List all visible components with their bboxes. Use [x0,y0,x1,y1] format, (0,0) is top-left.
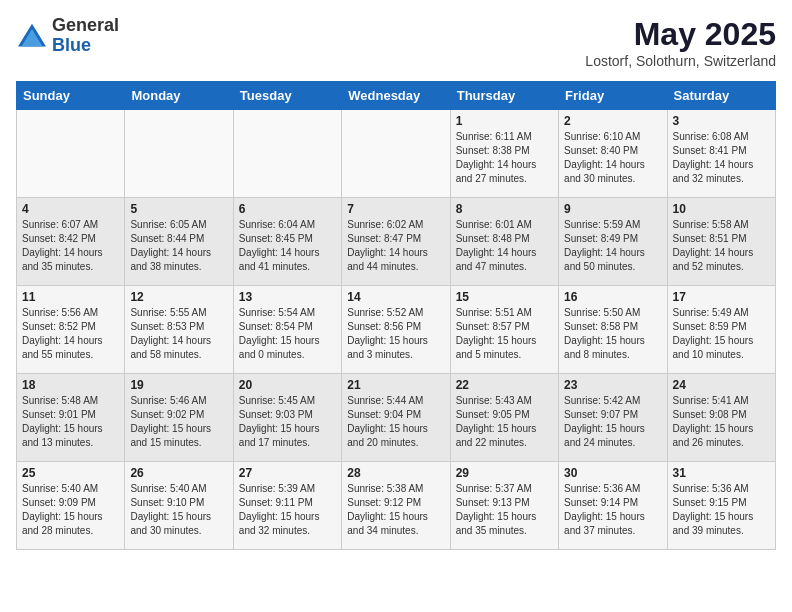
header-saturday: Saturday [667,82,775,110]
header-friday: Friday [559,82,667,110]
calendar-header-row: Sunday Monday Tuesday Wednesday Thursday… [17,82,776,110]
day-info: Sunrise: 6:07 AM Sunset: 8:42 PM Dayligh… [22,218,119,274]
header-wednesday: Wednesday [342,82,450,110]
day-info: Sunrise: 5:36 AM Sunset: 9:14 PM Dayligh… [564,482,661,538]
logo: General Blue [16,16,119,56]
day-number: 15 [456,290,553,304]
day-number: 27 [239,466,336,480]
calendar-cell: 30Sunrise: 5:36 AM Sunset: 9:14 PM Dayli… [559,462,667,550]
calendar-cell: 23Sunrise: 5:42 AM Sunset: 9:07 PM Dayli… [559,374,667,462]
header-tuesday: Tuesday [233,82,341,110]
day-info: Sunrise: 5:40 AM Sunset: 9:09 PM Dayligh… [22,482,119,538]
header-thursday: Thursday [450,82,558,110]
day-info: Sunrise: 5:38 AM Sunset: 9:12 PM Dayligh… [347,482,444,538]
day-info: Sunrise: 6:10 AM Sunset: 8:40 PM Dayligh… [564,130,661,186]
page-header: General Blue May 2025 Lostorf, Solothurn… [16,16,776,69]
calendar-cell [17,110,125,198]
calendar-cell: 25Sunrise: 5:40 AM Sunset: 9:09 PM Dayli… [17,462,125,550]
day-number: 3 [673,114,770,128]
logo-general-text: General [52,16,119,36]
calendar-cell: 20Sunrise: 5:45 AM Sunset: 9:03 PM Dayli… [233,374,341,462]
calendar-cell: 29Sunrise: 5:37 AM Sunset: 9:13 PM Dayli… [450,462,558,550]
calendar-cell: 28Sunrise: 5:38 AM Sunset: 9:12 PM Dayli… [342,462,450,550]
calendar-table: Sunday Monday Tuesday Wednesday Thursday… [16,81,776,550]
day-number: 24 [673,378,770,392]
calendar-week-3: 11Sunrise: 5:56 AM Sunset: 8:52 PM Dayli… [17,286,776,374]
day-info: Sunrise: 5:55 AM Sunset: 8:53 PM Dayligh… [130,306,227,362]
day-number: 21 [347,378,444,392]
calendar-cell: 6Sunrise: 6:04 AM Sunset: 8:45 PM Daylig… [233,198,341,286]
day-info: Sunrise: 6:02 AM Sunset: 8:47 PM Dayligh… [347,218,444,274]
day-number: 22 [456,378,553,392]
calendar-cell: 21Sunrise: 5:44 AM Sunset: 9:04 PM Dayli… [342,374,450,462]
calendar-cell: 13Sunrise: 5:54 AM Sunset: 8:54 PM Dayli… [233,286,341,374]
day-number: 10 [673,202,770,216]
day-info: Sunrise: 6:11 AM Sunset: 8:38 PM Dayligh… [456,130,553,186]
day-info: Sunrise: 5:54 AM Sunset: 8:54 PM Dayligh… [239,306,336,362]
day-number: 19 [130,378,227,392]
calendar-cell: 19Sunrise: 5:46 AM Sunset: 9:02 PM Dayli… [125,374,233,462]
title-section: May 2025 Lostorf, Solothurn, Switzerland [585,16,776,69]
header-sunday: Sunday [17,82,125,110]
calendar-cell [342,110,450,198]
calendar-cell: 7Sunrise: 6:02 AM Sunset: 8:47 PM Daylig… [342,198,450,286]
calendar-cell [233,110,341,198]
day-info: Sunrise: 6:01 AM Sunset: 8:48 PM Dayligh… [456,218,553,274]
day-number: 4 [22,202,119,216]
day-number: 5 [130,202,227,216]
day-info: Sunrise: 5:49 AM Sunset: 8:59 PM Dayligh… [673,306,770,362]
day-info: Sunrise: 5:51 AM Sunset: 8:57 PM Dayligh… [456,306,553,362]
calendar-cell: 17Sunrise: 5:49 AM Sunset: 8:59 PM Dayli… [667,286,775,374]
calendar-cell: 2Sunrise: 6:10 AM Sunset: 8:40 PM Daylig… [559,110,667,198]
calendar-cell: 15Sunrise: 5:51 AM Sunset: 8:57 PM Dayli… [450,286,558,374]
day-info: Sunrise: 5:58 AM Sunset: 8:51 PM Dayligh… [673,218,770,274]
logo-text: General Blue [52,16,119,56]
day-info: Sunrise: 5:48 AM Sunset: 9:01 PM Dayligh… [22,394,119,450]
calendar-cell: 4Sunrise: 6:07 AM Sunset: 8:42 PM Daylig… [17,198,125,286]
day-number: 16 [564,290,661,304]
calendar-cell: 31Sunrise: 5:36 AM Sunset: 9:15 PM Dayli… [667,462,775,550]
day-info: Sunrise: 6:04 AM Sunset: 8:45 PM Dayligh… [239,218,336,274]
calendar-cell [125,110,233,198]
day-info: Sunrise: 5:50 AM Sunset: 8:58 PM Dayligh… [564,306,661,362]
calendar-cell: 3Sunrise: 6:08 AM Sunset: 8:41 PM Daylig… [667,110,775,198]
day-number: 29 [456,466,553,480]
day-number: 2 [564,114,661,128]
calendar-cell: 8Sunrise: 6:01 AM Sunset: 8:48 PM Daylig… [450,198,558,286]
day-number: 1 [456,114,553,128]
calendar-subtitle: Lostorf, Solothurn, Switzerland [585,53,776,69]
calendar-cell: 26Sunrise: 5:40 AM Sunset: 9:10 PM Dayli… [125,462,233,550]
day-number: 8 [456,202,553,216]
calendar-cell: 12Sunrise: 5:55 AM Sunset: 8:53 PM Dayli… [125,286,233,374]
day-number: 7 [347,202,444,216]
calendar-week-4: 18Sunrise: 5:48 AM Sunset: 9:01 PM Dayli… [17,374,776,462]
day-info: Sunrise: 5:41 AM Sunset: 9:08 PM Dayligh… [673,394,770,450]
day-number: 6 [239,202,336,216]
day-number: 26 [130,466,227,480]
calendar-cell: 10Sunrise: 5:58 AM Sunset: 8:51 PM Dayli… [667,198,775,286]
day-number: 13 [239,290,336,304]
day-info: Sunrise: 5:52 AM Sunset: 8:56 PM Dayligh… [347,306,444,362]
calendar-cell: 14Sunrise: 5:52 AM Sunset: 8:56 PM Dayli… [342,286,450,374]
day-info: Sunrise: 5:39 AM Sunset: 9:11 PM Dayligh… [239,482,336,538]
calendar-week-1: 1Sunrise: 6:11 AM Sunset: 8:38 PM Daylig… [17,110,776,198]
day-info: Sunrise: 5:46 AM Sunset: 9:02 PM Dayligh… [130,394,227,450]
day-number: 17 [673,290,770,304]
calendar-cell: 16Sunrise: 5:50 AM Sunset: 8:58 PM Dayli… [559,286,667,374]
day-info: Sunrise: 5:42 AM Sunset: 9:07 PM Dayligh… [564,394,661,450]
header-monday: Monday [125,82,233,110]
day-info: Sunrise: 5:44 AM Sunset: 9:04 PM Dayligh… [347,394,444,450]
calendar-cell: 18Sunrise: 5:48 AM Sunset: 9:01 PM Dayli… [17,374,125,462]
day-info: Sunrise: 5:40 AM Sunset: 9:10 PM Dayligh… [130,482,227,538]
day-info: Sunrise: 5:37 AM Sunset: 9:13 PM Dayligh… [456,482,553,538]
calendar-cell: 24Sunrise: 5:41 AM Sunset: 9:08 PM Dayli… [667,374,775,462]
day-info: Sunrise: 5:45 AM Sunset: 9:03 PM Dayligh… [239,394,336,450]
day-info: Sunrise: 6:08 AM Sunset: 8:41 PM Dayligh… [673,130,770,186]
calendar-cell: 5Sunrise: 6:05 AM Sunset: 8:44 PM Daylig… [125,198,233,286]
day-info: Sunrise: 5:43 AM Sunset: 9:05 PM Dayligh… [456,394,553,450]
day-info: Sunrise: 5:36 AM Sunset: 9:15 PM Dayligh… [673,482,770,538]
logo-icon [16,22,48,50]
calendar-week-2: 4Sunrise: 6:07 AM Sunset: 8:42 PM Daylig… [17,198,776,286]
calendar-cell: 22Sunrise: 5:43 AM Sunset: 9:05 PM Dayli… [450,374,558,462]
day-number: 31 [673,466,770,480]
